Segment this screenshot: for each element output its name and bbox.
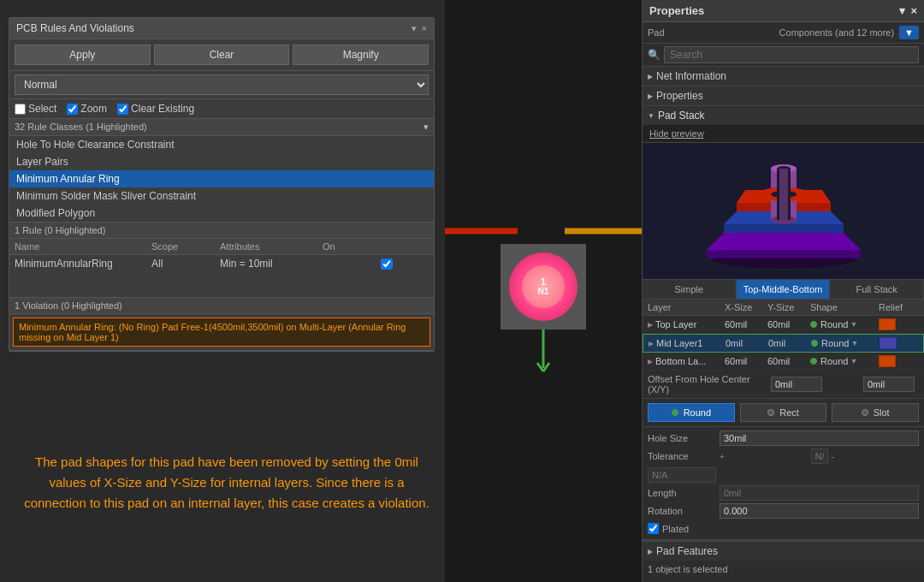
rule-attributes: Min = 10mil	[220, 258, 323, 270]
shape-rect-btn[interactable]: Rect	[740, 403, 827, 422]
svg-line-3	[537, 363, 543, 371]
pcb-rules-window: PCB Rules And Violations ▾ × Apply Clear…	[9, 17, 435, 352]
bottom-ysize: 60mil	[767, 356, 810, 366]
layer-row-mid[interactable]: ▶ Mid Layer1 0mil 0mil Round ▼	[643, 334, 924, 353]
tab-simple[interactable]: Simple	[643, 280, 737, 299]
mid-ysize: 0mil	[768, 338, 811, 348]
mid-xsize: 0mil	[726, 338, 768, 348]
rule-item-layer-pairs[interactable]: Layer Pairs	[9, 153, 434, 170]
pad-stack-label: Pad Stack	[658, 110, 705, 122]
rule-table-header: Name Scope Attributes On	[9, 239, 434, 255]
rule-item-min-annular[interactable]: Minimum Annular Ring	[9, 170, 434, 187]
rule-item-modified-polygon[interactable]: Modified Polygon	[9, 205, 434, 222]
properties-panel: Properties ▾ × Pad Components (and 12 mo…	[642, 0, 924, 582]
layer-name-mid: ▶ Mid Layer1	[649, 338, 726, 348]
top-ysize: 60mil	[767, 319, 810, 330]
pad-features-header[interactable]: ▶ Pad Features	[643, 541, 924, 561]
properties-title-bar: Properties ▾ ×	[643, 0, 924, 22]
svg-marker-8	[707, 250, 861, 258]
shape-slot-btn[interactable]: Slot	[832, 403, 919, 422]
prop-search-row: 🔍	[643, 44, 924, 67]
col-xsize: X-Size	[725, 302, 767, 312]
layer-label-top: Top Layer	[655, 319, 696, 330]
pad-stack-header[interactable]: ▼ Pad Stack	[643, 106, 924, 125]
rule-scope: All	[151, 258, 220, 270]
violation-section: Minimum Annular Ring: (No Ring) Pad Free…	[9, 318, 434, 351]
plated-checkbox[interactable]	[648, 523, 659, 534]
round-radio-dot	[672, 409, 678, 416]
rule-item-solder-mask[interactable]: Minimum Solder Mask Sliver Constraint	[9, 187, 434, 205]
tolerance-input-1[interactable]	[811, 448, 828, 464]
clear-existing-checkbox-item: Clear Existing	[117, 103, 194, 115]
clear-existing-checkbox[interactable]	[117, 104, 128, 115]
layer-table: ▶ Top Layer 60mil 60mil Round ▼ ▶ Mid La…	[643, 316, 924, 371]
annotation-text: The pad shapes for this pad have been re…	[17, 452, 436, 514]
top-shape: Round ▼	[810, 319, 879, 330]
length-input[interactable]	[720, 485, 919, 501]
plated-label: Plated	[662, 524, 689, 534]
tab-full-stack[interactable]: Full Stack	[830, 280, 924, 299]
layer-tri-mid: ▶	[649, 340, 654, 347]
bottom-shape-label: Round	[820, 356, 848, 366]
prop-pin-icon[interactable]: ▾	[899, 4, 905, 17]
pad-3d-preview	[643, 143, 924, 280]
mid-shape-arrow[interactable]: ▼	[850, 339, 858, 347]
mode-dropdown[interactable]: Normal Advanced	[15, 74, 429, 95]
length-row: Length	[648, 485, 919, 501]
hole-size-input[interactable]	[720, 431, 919, 446]
pad-net: N1	[538, 287, 549, 296]
magnify-button[interactable]: Magnify	[293, 45, 429, 65]
filter-button[interactable]: ▼	[899, 26, 919, 39]
rule-table-row[interactable]: MinimumAnnularRing All Min = 10mil	[9, 255, 434, 272]
svg-marker-7	[707, 233, 861, 250]
net-info-section: ▶ Net Information	[643, 67, 924, 86]
hide-preview[interactable]: Hide preview	[643, 125, 924, 143]
round-label: Round	[684, 407, 711, 418]
tolerance-input-2[interactable]	[648, 467, 716, 483]
shape-round-btn[interactable]: Round	[648, 403, 735, 422]
top-xsize: 60mil	[725, 319, 767, 330]
slot-label: Slot	[874, 407, 890, 418]
zoom-checkbox[interactable]	[67, 104, 78, 115]
stack-tabs: Simple Top-Middle-Bottom Full Stack	[643, 280, 924, 300]
rule-item-hole-clearance[interactable]: Hole To Hole Clearance Constraint	[9, 136, 434, 153]
violation-header: 1 Violation (0 Highlighted)	[9, 298, 434, 314]
col-layer: Layer	[648, 302, 725, 312]
selection-status: 1 object is selected	[648, 564, 728, 574]
clear-button[interactable]: Clear	[154, 45, 290, 65]
net-info-header[interactable]: ▶ Net Information	[643, 67, 924, 86]
layer-row-bottom[interactable]: ▶ Bottom La... 60mil 60mil Round ▼	[643, 353, 924, 371]
bottom-shape-arrow[interactable]: ▼	[850, 357, 857, 365]
properties-sub-header[interactable]: ▶ Properties	[643, 86, 924, 105]
pad-features-triangle: ▶	[648, 548, 653, 555]
tab-top-middle-bottom[interactable]: Top-Middle-Bottom	[737, 280, 831, 299]
rotation-input[interactable]	[720, 503, 919, 519]
select-checkbox[interactable]	[15, 104, 26, 115]
rule-on-checkbox[interactable]	[374, 258, 400, 270]
search-input[interactable]	[664, 46, 919, 63]
zoom-checkbox-item: Zoom	[67, 103, 107, 115]
slot-radio-dot	[862, 409, 868, 416]
properties-triangle: ▶	[648, 92, 653, 100]
bottom-xsize: 60mil	[725, 356, 767, 366]
mode-dropdown-row: Normal Advanced	[9, 71, 434, 99]
layer-row-top[interactable]: ▶ Top Layer 60mil 60mil Round ▼	[643, 316, 924, 334]
violation-item[interactable]: Minimum Annular Ring: (No Ring) Pad Free…	[13, 318, 430, 347]
collapse-icon[interactable]: ▾	[424, 122, 429, 133]
components-label: Components (and 12 more)	[779, 27, 895, 38]
top-shape-arrow[interactable]: ▼	[850, 320, 857, 329]
plated-row: Plated	[648, 521, 919, 536]
pad-number: 1	[541, 277, 546, 287]
apply-button[interactable]: Apply	[15, 45, 151, 65]
offset-y-input[interactable]	[863, 377, 915, 392]
close-icon[interactable]: ×	[422, 23, 427, 34]
prop-close-icon[interactable]: ×	[910, 4, 917, 17]
layer-label-mid: Mid Layer1	[656, 338, 702, 348]
offset-x-input[interactable]	[771, 377, 822, 392]
layer-name-bottom: ▶ Bottom La...	[648, 356, 725, 366]
rule-list: Hole To Hole Clearance Constraint Layer …	[9, 136, 434, 223]
pad-pink-circle: 1 N1	[509, 252, 578, 321]
layer-label-bottom: Bottom La...	[655, 356, 706, 366]
pad-3d-svg	[690, 147, 878, 276]
pin-icon[interactable]: ▾	[412, 23, 417, 34]
